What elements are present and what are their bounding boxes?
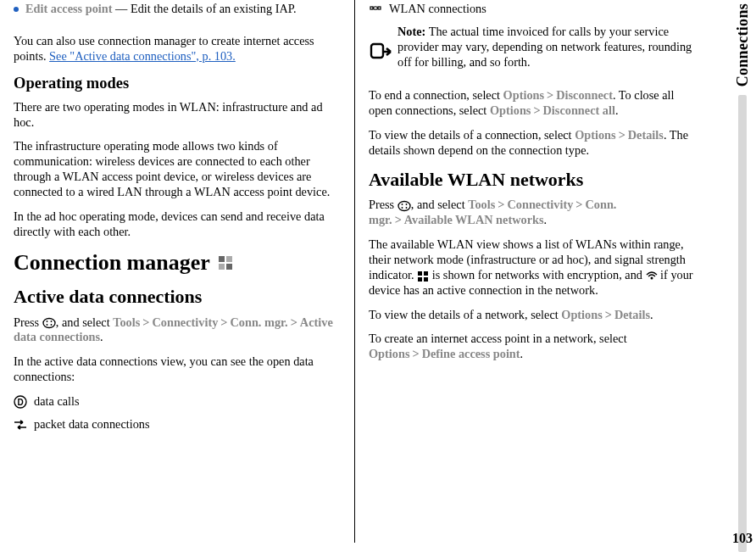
end-conn-options2: Options [490,103,531,117]
gt: > [220,315,227,329]
conn-mgr-intro: You can also use connection manager to c… [14,34,342,64]
awn-p2: The available WLAN view shows a list of … [369,237,696,298]
svg-rect-0 [219,256,225,262]
gt: > [547,88,553,102]
awn-p3: To view the details of a network, select… [369,308,696,323]
adc-press-line: Press , and select Tools>Connectivity>Co… [14,315,342,346]
svg-rect-12 [378,7,381,9]
svg-point-7 [46,324,47,326]
gt: > [619,128,625,142]
awn-and-select: , and select [411,198,468,211]
vd-t1: To view the details of a connection, sel… [369,128,575,142]
end-conn-t1: To end a connection, select [369,88,503,102]
svg-rect-11 [370,7,373,9]
op-modes-p1: There are two operating modes in WLAN: i… [14,100,342,131]
gt: > [142,315,149,329]
svg-point-4 [43,319,55,328]
gt: > [395,213,402,226]
note-body: The actual time invoiced for calls by yo… [397,25,692,69]
edit-ap-desc: — Edit the details of an existing IAP. [112,2,296,15]
gt: > [605,308,612,321]
connection-manager-icon [217,254,234,271]
end-connection: To end a connection, select Options>Disc… [369,88,696,119]
op-modes-p3: In the ad hoc operating mode, devices ca… [14,209,342,240]
wlan-icon [369,3,382,15]
packet-data-icon [14,420,27,430]
svg-rect-19 [418,271,422,276]
gt: > [291,315,297,329]
awn-p3-details: Details [614,308,650,321]
svg-rect-1 [226,256,232,262]
left-column: Edit access point — Edit the details of … [14,0,353,552]
svg-point-23 [650,276,653,279]
awn-p4-options: Options [369,347,409,360]
awn-period: . [544,213,548,226]
svg-rect-21 [418,277,422,282]
svg-rect-20 [424,271,428,276]
awn-p4: To create an internet access point in a … [369,332,696,362]
end-conn-disconnect: Disconnect [556,88,613,102]
end-conn-period: . [615,103,619,117]
note-block: Note: The actual time invoiced for calls… [369,25,696,80]
adc-p2: In the active data connections view, you… [14,354,342,385]
wlan-connections-label: WLAN connections [389,2,486,17]
view-details: To view the details of a connection, sel… [369,128,696,159]
active-data-link[interactable]: See "Active data connections", p. 103. [49,49,236,63]
bullet-icon [14,7,19,12]
gt: > [575,198,582,211]
awn-p2b: is shown for networks with encryption, a… [429,268,645,282]
svg-rect-3 [226,264,232,270]
awn-p3a: To view the details of a network, select [369,308,561,321]
awn-connectivity: Connectivity [507,198,573,211]
svg-rect-22 [424,277,428,282]
svg-rect-2 [219,264,225,270]
svg-point-5 [46,321,47,322]
active-wlan-icon [646,270,658,282]
awn-p3-options: Options [561,308,602,321]
adc-tools: Tools [113,315,140,329]
row-data-calls: D data calls [14,394,342,410]
op-modes-p2: The infrastructure operating mode allows… [14,139,342,199]
svg-text:D: D [17,398,23,407]
awn-p4a: To create an internet access point in a … [369,332,627,345]
note-label: Note: [397,25,425,38]
side-label: Connections [733,3,753,86]
svg-point-16 [405,204,407,205]
note-text: Note: The actual time invoiced for calls… [397,25,696,70]
conn-mgr-heading-text: Connection manager [14,249,210,277]
end-conn-options: Options [503,88,544,102]
data-calls-label: data calls [34,394,80,410]
bullet-text: Edit access point — Edit the details of … [25,2,297,17]
bullet-edit-access-point: Edit access point — Edit the details of … [14,2,342,26]
heading-active-data-connections: Active data connections [14,285,342,309]
data-call-icon: D [14,395,27,409]
adc-conn-mgr: Conn. mgr. [230,315,287,329]
heading-operating-modes: Operating modes [14,74,342,93]
awn-awn: Available WLAN networks [404,213,544,226]
svg-point-6 [50,321,52,322]
encrypted-wlan-icon [417,270,429,282]
awn-tools: Tools [468,198,495,211]
svg-rect-13 [371,44,383,58]
gt: > [498,198,504,211]
row-packet-data: packet data connections [14,417,342,432]
edit-ap-label: Edit access point [25,2,112,15]
svg-point-8 [50,324,52,326]
vd-details: Details [628,128,664,142]
page-number: 103 [732,530,753,547]
gt: > [412,347,419,360]
adc-and-select: , and select [56,315,113,329]
adc-connectivity: Connectivity [152,315,218,329]
gt: > [533,103,540,117]
side-stripe [738,95,747,552]
column-divider [354,0,355,543]
page: Edit access point — Edit the details of … [0,0,716,552]
svg-point-18 [405,207,407,209]
svg-point-14 [398,202,410,211]
menu-key-icon [42,317,56,329]
awn-define-ap: Define access point [422,347,520,360]
note-icon [369,25,392,80]
svg-point-15 [401,204,403,205]
awn-press-line: Press , and select Tools>Connectivity>Co… [369,198,696,228]
awn-press: Press [369,198,397,211]
